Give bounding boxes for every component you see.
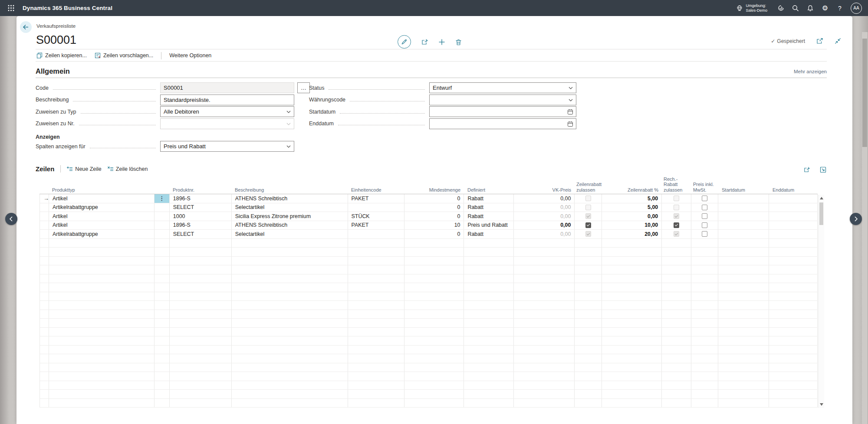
cell-mindestmenge[interactable] xyxy=(404,390,464,398)
cell-rechrabatt_zulassen[interactable] xyxy=(662,248,691,256)
cell-definiert[interactable]: Rabatt xyxy=(464,203,514,212)
cell-mindestmenge[interactable] xyxy=(404,363,464,372)
cell-enddatum[interactable] xyxy=(769,328,818,336)
environment-button[interactable]: Umgebung: Sales-Demo xyxy=(736,3,767,13)
cell-zeilenrabatt_zulassen[interactable] xyxy=(575,399,602,408)
cell-zeilenrabatt_zulassen[interactable] xyxy=(575,363,602,372)
cell-zeilenrabatt_zulassen[interactable] xyxy=(575,283,602,292)
cell-vkpreis[interactable] xyxy=(514,274,575,283)
copy-lines-button[interactable]: Zeilen kopieren... xyxy=(36,52,87,59)
cell-zeilenrabatt_zulassen[interactable] xyxy=(575,230,602,238)
cell-zeilenrabatt_zulassen[interactable] xyxy=(575,336,602,345)
cell-beschreibung[interactable] xyxy=(232,310,348,319)
cell-menu[interactable] xyxy=(155,363,170,372)
checkbox-preis_inkl_mwst[interactable] xyxy=(702,196,707,201)
cell-vkpreis[interactable] xyxy=(514,372,575,381)
cell-rechrabatt_zulassen[interactable] xyxy=(662,230,691,238)
scroll-down-arrow-icon[interactable] xyxy=(820,403,823,406)
column-header-vkpreis[interactable]: VK-Preis xyxy=(514,187,575,194)
cell-rechrabatt_zulassen[interactable] xyxy=(662,336,691,345)
cell-preis_inkl_mwst[interactable] xyxy=(691,230,718,238)
cell-einheitencode[interactable] xyxy=(348,372,404,381)
cell-einheitencode[interactable] xyxy=(348,248,404,256)
scroll-up-arrow-icon[interactable] xyxy=(820,197,823,199)
cell-produkttyp[interactable] xyxy=(49,265,155,274)
cell-enddatum[interactable] xyxy=(769,248,818,256)
cell-beschreibung[interactable] xyxy=(232,381,348,390)
cell-startdatum[interactable] xyxy=(718,381,769,390)
cell-produkttyp[interactable] xyxy=(49,310,155,319)
cell-startdatum[interactable] xyxy=(718,336,769,345)
cell-menu[interactable] xyxy=(155,372,170,381)
cell-rechrabatt_zulassen[interactable] xyxy=(662,301,691,310)
cell-produkttyp[interactable] xyxy=(49,319,155,327)
cell-enddatum[interactable] xyxy=(769,292,818,301)
cell-vkpreis[interactable]: 0,00 xyxy=(514,212,575,221)
cell-zeilenrabatt_pct[interactable] xyxy=(602,274,662,283)
cell-beschreibung[interactable]: Selectartikel xyxy=(232,203,348,212)
cell-enddatum[interactable] xyxy=(769,354,818,363)
checkbox-preis_inkl_mwst[interactable] xyxy=(702,231,707,237)
column-header-produktnr[interactable]: Produktnr. xyxy=(169,187,231,194)
cell-definiert[interactable] xyxy=(464,310,514,319)
cell-einheitencode[interactable] xyxy=(348,336,404,345)
cell-einheitencode[interactable] xyxy=(348,354,404,363)
cell-produkttyp[interactable] xyxy=(49,381,155,390)
table-row-empty[interactable] xyxy=(39,248,818,257)
cell-beschreibung[interactable]: Selectartikel xyxy=(232,230,348,238)
cell-menu[interactable] xyxy=(155,346,170,354)
cell-produkttyp[interactable] xyxy=(49,399,155,408)
share-lines-button[interactable] xyxy=(803,166,810,173)
cell-startdatum[interactable] xyxy=(718,274,769,283)
cell-beschreibung[interactable] xyxy=(232,346,348,354)
cell-definiert[interactable] xyxy=(464,336,514,345)
cell-vkpreis[interactable] xyxy=(514,301,575,310)
collapse-button[interactable] xyxy=(835,38,841,44)
settings-button[interactable]: ⚙ xyxy=(818,0,832,16)
cell-zeilenrabatt_zulassen[interactable] xyxy=(575,319,602,327)
cell-definiert[interactable] xyxy=(464,399,514,408)
table-row-empty[interactable] xyxy=(39,274,818,284)
cell-preis_inkl_mwst[interactable] xyxy=(691,328,718,336)
share-button[interactable] xyxy=(421,39,428,46)
cell-vkpreis[interactable]: 0,00 xyxy=(514,221,575,230)
cell-preis_inkl_mwst[interactable] xyxy=(691,363,718,372)
cell-startdatum[interactable] xyxy=(718,301,769,310)
cell-zeilenrabatt_pct[interactable] xyxy=(602,354,662,363)
cell-zeilenrabatt_zulassen[interactable] xyxy=(575,372,602,381)
cell-menu[interactable] xyxy=(155,265,170,274)
cell-vkpreis[interactable] xyxy=(514,336,575,345)
cell-preis_inkl_mwst[interactable] xyxy=(691,319,718,327)
cell-enddatum[interactable] xyxy=(769,372,818,381)
cell-indicator[interactable] xyxy=(40,328,49,336)
cell-zeilenrabatt_zulassen[interactable] xyxy=(575,239,602,248)
cell-mindestmenge[interactable] xyxy=(404,319,464,327)
cell-startdatum[interactable] xyxy=(718,257,769,265)
cell-zeilenrabatt_zulassen[interactable] xyxy=(575,292,602,301)
table-row[interactable]: Artikel1000Sicilia Express Zitrone premi… xyxy=(39,212,818,221)
cell-produktnr[interactable] xyxy=(170,328,232,336)
cell-menu[interactable] xyxy=(155,221,170,230)
cell-mindestmenge[interactable]: 0 xyxy=(404,230,464,238)
cell-produkttyp[interactable]: Artikel xyxy=(49,221,155,230)
cell-enddatum[interactable] xyxy=(769,194,818,203)
cell-vkpreis[interactable] xyxy=(514,319,575,327)
cell-produkttyp[interactable]: Artikelrabattgruppe xyxy=(49,230,155,238)
cell-beschreibung[interactable] xyxy=(232,372,348,381)
delete-record-button[interactable] xyxy=(455,39,462,46)
cell-zeilenrabatt_pct[interactable] xyxy=(602,372,662,381)
cell-zeilenrabatt_zulassen[interactable] xyxy=(575,248,602,256)
cell-preis_inkl_mwst[interactable] xyxy=(691,194,718,203)
avatar[interactable]: AA xyxy=(851,3,862,14)
cell-enddatum[interactable] xyxy=(769,274,818,283)
cell-startdatum[interactable] xyxy=(718,399,769,408)
cell-produktnr[interactable] xyxy=(170,354,232,363)
cell-produktnr[interactable]: 1000 xyxy=(170,212,232,221)
table-row-empty[interactable] xyxy=(39,363,818,372)
notifications-button[interactable] xyxy=(803,0,818,16)
cell-indicator[interactable] xyxy=(40,336,49,345)
cell-produkttyp[interactable] xyxy=(49,283,155,292)
cell-rechrabatt_zulassen[interactable] xyxy=(662,194,691,203)
cell-beschreibung[interactable] xyxy=(232,265,348,274)
cell-einheitencode[interactable]: PAKET xyxy=(348,221,404,230)
